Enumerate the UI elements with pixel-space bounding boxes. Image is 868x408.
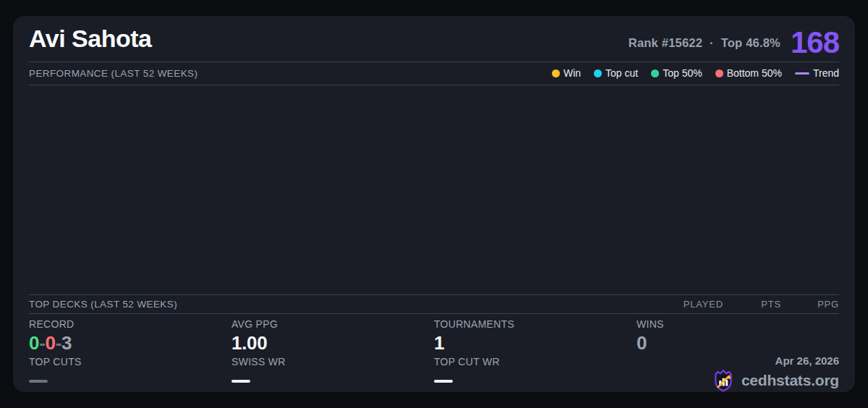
score-value: 168 [791,25,839,60]
swiss-wr-value-dash [231,380,250,383]
win-dot-icon [552,69,560,77]
bottom-50-dot-icon [715,69,723,77]
wins-label: WINS [637,318,664,330]
top-percent-text: Top 46.8% [721,36,780,50]
chart-legend: Win Top cut Top 50% Bottom 50% Trend [552,67,839,79]
top-decks-columns: PLAYED PTS PPG [665,299,839,310]
record-value: 0-0-3 [29,332,72,354]
performance-section-header: PERFORMANCE (LAST 52 WEEKS) Win Top cut … [29,61,839,85]
brand-link[interactable]: cedhstats.org [711,367,839,394]
performance-chart-empty [29,85,839,294]
top-cut-dot-icon [594,69,602,77]
column-header-ppg: PPG [781,299,839,310]
record-draws: 3 [61,332,72,354]
header-rank-group: Rank #15622 · Top 46.8% 168 [629,26,839,59]
legend-item-top-50: Top 50% [651,67,702,79]
rank-dot-separator: · [710,36,714,50]
cedhstats-shield-logo-icon [711,368,736,393]
top-cut-wr-label: TOP CUT WR [434,356,500,367]
record-wins: 0 [29,332,39,354]
record-losses: 0 [46,332,56,354]
tournaments-value: 1 [434,332,444,354]
record-separator: - [39,332,45,354]
top-50-dot-icon [651,69,659,77]
record-separator: - [56,332,61,354]
legend-label: Top cut [605,67,638,79]
top-cuts-value-dash [29,380,48,383]
performance-title: PERFORMANCE (LAST 52 WEEKS) [29,68,197,79]
avg-ppg-label: AVG PPG [231,318,278,330]
column-header-played: PLAYED [665,299,723,310]
trend-line-icon [795,72,809,75]
legend-item-bottom-50: Bottom 50% [715,67,782,79]
top-decks-divider-bottom [29,313,839,314]
top-cuts-label: TOP CUTS [29,356,82,367]
top-decks-section-header: TOP DECKS (LAST 52 WEEKS) PLAYED PTS PPG [29,294,839,313]
column-header-pts: PTS [723,299,781,310]
legend-label: Bottom 50% [727,67,782,79]
tournaments-label: TOURNAMENTS [434,318,514,330]
legend-label: Trend [813,67,839,79]
date-text: Apr 26, 2026 [775,354,839,367]
legend-item-win: Win [552,67,581,79]
rank-line: Rank #15622 · Top 46.8% [629,36,780,50]
legend-label: Top 50% [663,67,702,79]
brand-text: cedhstats.org [741,372,839,389]
record-label: RECORD [29,318,74,330]
player-stats-card: Avi Sahota Rank #15622 · Top 46.8% 168 P… [13,16,855,392]
page-title: Avi Sahota [29,25,151,53]
legend-item-trend: Trend [795,67,839,79]
top-cut-wr-value-dash [434,380,453,383]
legend-item-top-cut: Top cut [594,67,638,79]
swiss-wr-label: SWISS WR [231,356,286,367]
legend-label: Win [563,67,581,79]
wins-value: 0 [637,332,647,354]
top-decks-title: TOP DECKS (LAST 52 WEEKS) [29,299,177,310]
rank-text: Rank #15622 [629,36,702,50]
avg-ppg-value: 1.00 [231,332,267,354]
